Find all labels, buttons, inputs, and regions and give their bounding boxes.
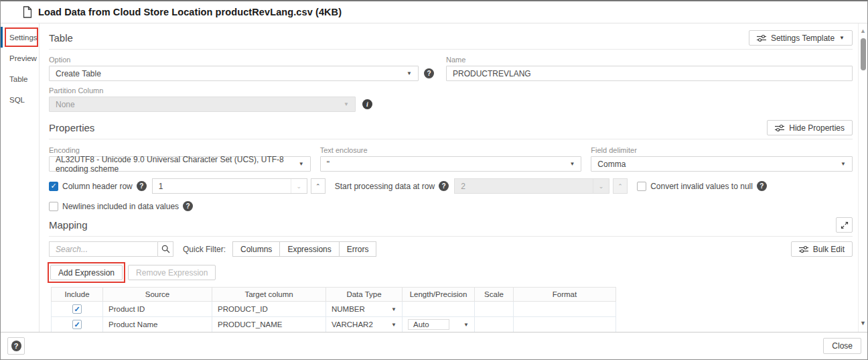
name-input-wrap — [446, 66, 853, 81]
tab-table[interactable]: Table — [1, 68, 39, 89]
column-header-row-checkbox[interactable]: ✓ — [49, 182, 58, 191]
scale-cell[interactable] — [475, 317, 514, 333]
encoding-label: Encoding — [49, 146, 311, 154]
data-type-value: NUMBER — [332, 305, 365, 313]
chevron-down-icon: ▼ — [391, 322, 396, 328]
option-help-icon[interactable]: ? — [424, 68, 434, 78]
filter-errors-button[interactable]: Errors — [339, 241, 377, 257]
col-header-length-precision[interactable]: Length/Precision — [403, 288, 475, 302]
target-column-value: PRODUCT_NAME — [218, 320, 282, 328]
scroll-down-icon[interactable]: ▼ — [859, 320, 867, 326]
search-button[interactable] — [157, 241, 173, 257]
name-input[interactable] — [453, 69, 846, 78]
spinner-up-icon[interactable]: ⌃ — [311, 178, 326, 194]
format-cell[interactable] — [514, 302, 616, 317]
divider — [49, 49, 853, 50]
tab-settings-label: Settings — [9, 34, 38, 42]
spinner-up-icon: ⌃ — [613, 178, 628, 194]
spinner-down-icon[interactable]: ⌄ — [291, 179, 307, 193]
spinner-down-icon: ⌄ — [593, 179, 609, 193]
column-header-row-help-icon[interactable]: ? — [137, 181, 147, 191]
scroll-up-icon[interactable]: ▲ — [859, 27, 867, 34]
text-enclosure-select[interactable]: " ▼ — [320, 156, 582, 172]
target-column-cell[interactable]: PRODUCT_NAME — [212, 317, 326, 333]
hide-properties-button[interactable]: Hide Properties — [767, 120, 853, 135]
option-select[interactable]: Create Table ▼ — [49, 66, 419, 81]
footer: ? Close — [1, 332, 867, 359]
newlines-checkbox[interactable] — [49, 202, 58, 211]
scrollbar-thumb[interactable] — [861, 38, 866, 70]
start-processing-value: 2 — [461, 182, 465, 191]
name-label: Name — [446, 56, 853, 64]
chevron-down-icon: ▼ — [839, 35, 845, 41]
bulk-edit-button[interactable]: Bulk Edit — [791, 241, 853, 257]
expand-icon — [841, 221, 849, 229]
chevron-down-icon: ▼ — [391, 306, 396, 312]
col-header-scale[interactable]: Scale — [475, 288, 514, 302]
source-cell: Product Name — [103, 317, 212, 333]
partition-column-select: None ▼ — [49, 97, 356, 112]
mapping-table-header-row: Include Source Target column Data Type L… — [52, 288, 616, 302]
sliders-icon — [775, 124, 784, 132]
divider — [49, 139, 853, 139]
col-header-data-type[interactable]: Data Type — [326, 288, 403, 302]
check-icon: ✓ — [50, 182, 56, 190]
add-expression-button[interactable]: Add Expression — [50, 265, 123, 280]
column-header-row-input[interactable]: 1 ⌄ — [152, 178, 307, 194]
start-processing-input: 2 ⌄ — [454, 178, 609, 194]
search-input[interactable] — [56, 245, 151, 254]
tab-sql-label: SQL — [9, 96, 25, 104]
table-row: ✓ Product ID PRODUCT_ID NUMBER▼ — [52, 302, 616, 317]
divider — [49, 236, 853, 237]
newlines-label: Newlines included in data values — [62, 202, 179, 211]
close-button[interactable]: Close — [823, 338, 861, 354]
option-value: Create Table — [56, 69, 101, 78]
sliders-icon — [799, 245, 808, 253]
column-header-row-label: Column header row — [62, 182, 133, 191]
length-precision-cell[interactable]: Auto▼ — [403, 317, 475, 333]
settings-template-button[interactable]: Settings Template ▼ — [749, 30, 853, 46]
dialog-title: Load Data from Cloud Store Location prod… — [38, 7, 342, 17]
col-header-include[interactable]: Include — [52, 288, 103, 302]
partition-column-value: None — [56, 100, 75, 109]
format-cell[interactable] — [514, 317, 616, 333]
target-column-cell[interactable]: PRODUCT_ID — [212, 302, 326, 317]
convert-invalid-help-icon[interactable]: ? — [757, 181, 767, 191]
field-delimiter-select[interactable]: Comma ▼ — [591, 156, 853, 172]
start-processing-help-icon[interactable]: ? — [439, 181, 449, 191]
settings-template-label: Settings Template — [771, 34, 835, 43]
source-cell: Product ID — [103, 302, 212, 317]
table-section-heading: Table — [49, 32, 73, 44]
mapping-search — [49, 241, 173, 257]
include-checkbox[interactable]: ✓ — [72, 304, 82, 314]
newlines-help-icon[interactable]: ? — [183, 201, 193, 211]
filter-expressions-button[interactable]: Expressions — [279, 241, 339, 257]
target-column-value: PRODUCT_ID — [218, 305, 268, 313]
sidebar: Settings Preview Table SQL — [1, 23, 39, 332]
quick-filter-group: Columns Expressions Errors — [232, 241, 376, 257]
data-type-cell[interactable]: NUMBER▼ — [326, 302, 403, 317]
mapping-table: Include Source Target column Data Type L… — [51, 287, 616, 332]
chevron-down-icon: ▼ — [463, 322, 469, 328]
include-checkbox[interactable]: ✓ — [72, 320, 82, 329]
col-header-source[interactable]: Source — [103, 288, 212, 302]
vertical-scrollbar[interactable]: ▲ ▼ — [858, 23, 867, 332]
check-icon: ✓ — [74, 321, 80, 328]
length-precision-cell[interactable] — [403, 302, 475, 317]
data-type-cell[interactable]: VARCHAR2▼ — [326, 317, 403, 333]
sliders-icon — [757, 34, 766, 42]
tab-sql[interactable]: SQL — [1, 89, 39, 110]
start-processing-label: Start processing data at row — [335, 182, 435, 191]
encoding-select[interactable]: AL32UTF8 - Unicode 9.0 Universal Charact… — [49, 156, 311, 172]
tab-preview[interactable]: Preview — [1, 48, 39, 68]
tab-preview-label: Preview — [9, 54, 37, 62]
expand-mapping-button[interactable] — [836, 217, 853, 233]
col-header-target-column[interactable]: Target column — [212, 288, 326, 302]
tab-settings[interactable]: Settings — [1, 27, 39, 48]
help-button[interactable]: ? — [7, 337, 25, 355]
filter-columns-button[interactable]: Columns — [232, 241, 280, 257]
scale-cell[interactable] — [475, 302, 514, 317]
convert-invalid-checkbox[interactable] — [637, 182, 646, 191]
partition-info-icon[interactable]: i — [362, 99, 372, 109]
col-header-format[interactable]: Format — [514, 288, 616, 302]
